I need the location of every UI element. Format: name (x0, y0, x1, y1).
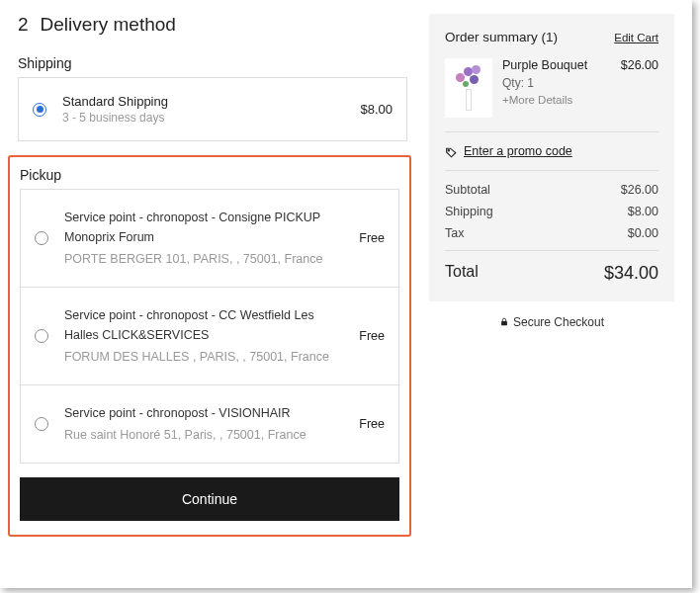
shipping-option-price: $8.00 (360, 102, 393, 117)
product-name: Purple Bouquet (502, 58, 611, 72)
order-summary: Order summary (1) Edit Cart (429, 14, 674, 301)
pickup-option-title: Service point - chronopost - CC Westfiel… (64, 305, 349, 345)
pickup-highlight-box: Pickup Service point - chronopost - Cons… (8, 155, 411, 537)
tax-value: $0.00 (628, 226, 658, 240)
subtotal-label: Subtotal (445, 183, 490, 197)
secure-checkout-label: Secure Checkout (513, 315, 604, 329)
tax-label: Tax (445, 226, 464, 240)
pickup-option-price: Free (359, 329, 385, 343)
shipping-label: Shipping (445, 205, 493, 218)
bouquet-icon (456, 65, 481, 111)
radio-shipping-standard[interactable] (33, 103, 46, 117)
step-title: Delivery method (41, 14, 176, 36)
step-number: 2 (18, 14, 29, 36)
product-more-details[interactable]: +More Details (502, 94, 611, 106)
tag-icon (445, 145, 458, 158)
shipping-option[interactable]: Standard Shipping 3 - 5 business days $8… (18, 77, 407, 141)
svg-point-0 (448, 149, 449, 150)
continue-button[interactable]: Continue (20, 477, 399, 521)
promo-row[interactable]: Enter a promo code (445, 131, 658, 171)
total-value: $34.00 (604, 263, 658, 284)
pickup-option-price: Free (359, 417, 385, 431)
pickup-option[interactable]: Service point - chronopost - Consigne PI… (21, 190, 398, 288)
radio-pickup-2[interactable] (35, 417, 48, 431)
promo-link[interactable]: Enter a promo code (464, 144, 572, 158)
pickup-option-title: Service point - chronopost - VISIONHAIR (64, 403, 349, 423)
pickup-option-address: Rue saint Honoré 51, Paris, , 75001, Fra… (64, 425, 349, 445)
order-summary-title: Order summary (1) (445, 30, 558, 44)
pickup-option-address: FORUM DES HALLES , PARIS, , 75001, Franc… (64, 347, 349, 367)
total-label: Total (445, 263, 479, 284)
secure-checkout: Secure Checkout (429, 315, 674, 329)
pickup-option-title: Service point - chronopost - Consigne PI… (64, 208, 349, 247)
lock-icon (499, 316, 509, 327)
edit-cart-link[interactable]: Edit Cart (614, 32, 658, 43)
pickup-list: Service point - chronopost - Consigne PI… (20, 189, 399, 464)
pickup-option-address: PORTE BERGER 101, PARIS, , 75001, France (64, 249, 349, 269)
pickup-option[interactable]: Service point - chronopost - CC Westfiel… (21, 288, 398, 385)
product-thumbnail (445, 58, 492, 118)
pickup-option[interactable]: Service point - chronopost - VISIONHAIR … (21, 385, 398, 463)
subtotal-value: $26.00 (621, 183, 658, 197)
pickup-option-price: Free (359, 231, 385, 245)
product-row: Purple Bouquet Qty: 1 +More Details $26.… (445, 58, 658, 118)
shipping-value: $8.00 (628, 205, 658, 218)
product-price: $26.00 (621, 58, 658, 118)
radio-pickup-1[interactable] (35, 329, 48, 343)
shipping-option-name: Standard Shipping (62, 94, 360, 109)
svg-rect-1 (501, 321, 507, 325)
product-qty: Qty: 1 (502, 76, 611, 90)
radio-pickup-0[interactable] (35, 231, 48, 245)
shipping-option-sub: 3 - 5 business days (62, 111, 360, 125)
pickup-section-label: Pickup (20, 167, 399, 183)
shipping-section-label: Shipping (18, 55, 407, 71)
